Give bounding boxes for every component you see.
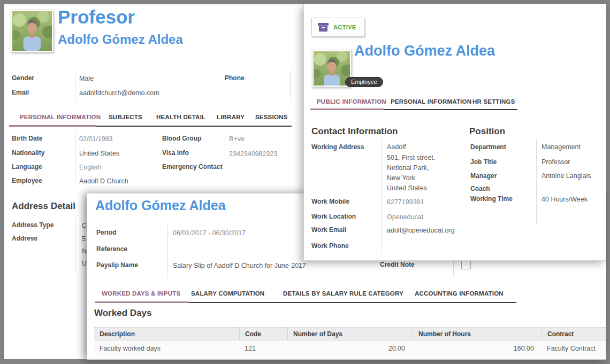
active-tab-underline <box>310 109 384 110</box>
tabbar-underline <box>96 126 292 127</box>
column-header-number-of-hours[interactable]: Number of Hours <box>413 328 542 340</box>
field-separator <box>225 131 225 172</box>
tab-hr-settings[interactable]: HR SETTINGS <box>472 98 515 105</box>
employee-value: Aadolf D Church <box>79 177 128 185</box>
email-label: Email <box>12 89 29 96</box>
job-title-label: Job Title <box>470 158 497 166</box>
nationality-label: Nationality <box>12 149 44 157</box>
gender-value: Male <box>79 75 94 82</box>
address-value-clipped: N <box>82 247 87 255</box>
tab-public-information[interactable]: PUBLIC INFORMATION <box>317 98 386 105</box>
department-label: Department <box>470 143 506 151</box>
working-time-value: 40 Hours/Week <box>542 196 588 203</box>
employee-name: Adolfo Gómez Aldea <box>354 43 495 59</box>
profile-photo-image <box>314 51 350 86</box>
email-value: aadolfdchurch@demo.com <box>79 89 159 97</box>
manager-label: Manager <box>470 172 497 180</box>
work-email-label: Work Email <box>311 226 346 234</box>
payslip-title: Adolfo Gómez Aldea <box>95 198 226 213</box>
blood-group-label: Blood Group <box>162 135 201 142</box>
tab-personal-information[interactable]: PERSONAL INFORMATION <box>391 98 471 105</box>
field-separator <box>167 224 167 279</box>
column-header-code[interactable]: Code <box>239 328 287 340</box>
active-tab-underline <box>95 301 189 303</box>
working-address-line: Aadolf <box>387 143 406 151</box>
work-location-value: Openeducat <box>387 213 423 221</box>
tabbar-underline <box>384 109 517 110</box>
tab-worked-days-inputs[interactable]: WORKED DAYS & INPUTS <box>102 290 180 297</box>
tab-details-by-salary-rule-category[interactable]: DETAILS BY SALARY RULE CATEGORY <box>283 290 403 297</box>
birth-date-label: Birth Date <box>12 135 42 142</box>
address-label: Address <box>12 235 37 242</box>
tab-health-detail[interactable]: HEALTH DETAIL <box>156 114 205 120</box>
emergency-contact-label: Emergency Contact <box>162 163 223 171</box>
payslip-name-value: Salary Slip of Aadolf D Church for June-… <box>173 262 306 269</box>
employee-label: Employee <box>12 177 42 184</box>
working-address-line: Netional Park, <box>387 164 429 172</box>
tab-salary-computation[interactable]: SALARY COMPUTATION <box>191 290 264 297</box>
tab-accounting-information[interactable]: ACCOUNTING INFORMATION <box>415 290 504 297</box>
language-label: Language <box>12 163 42 171</box>
address-value-clipped: U <box>82 260 87 267</box>
column-header-number-of-days[interactable]: Number of Days <box>287 328 413 340</box>
cell-number-of-hours: 160.00 <box>413 345 542 352</box>
employee-form-panel: ACTIVE Employee Adolfo Gómez Aldea PUBLI… <box>304 4 606 260</box>
tab-library[interactable]: LIBRARY <box>217 114 245 120</box>
active-stat-label: ACTIVE <box>333 24 356 30</box>
field-separator <box>536 139 537 223</box>
cell-code: 121 <box>239 345 287 352</box>
department-value: Management <box>542 143 581 151</box>
field-separator <box>75 71 75 102</box>
work-mobile-value: 8277199381 <box>387 198 424 206</box>
column-header-description[interactable]: Description <box>94 330 239 338</box>
field-separator <box>290 71 291 98</box>
tabbar-underline <box>189 302 516 303</box>
nationality-value: United States <box>79 150 119 157</box>
credit-note-checkbox[interactable] <box>461 260 471 269</box>
payslip-name-label: Payslip Name <box>96 261 138 269</box>
screenshot-frame: Profesor Adolfo Gómez Aldea Gender Male … <box>0 0 610 364</box>
active-stat-button[interactable]: ACTIVE <box>311 18 365 37</box>
language-value: English <box>79 164 101 171</box>
reference-label: Reference <box>96 245 127 253</box>
working-address-label: Working Address <box>311 143 364 151</box>
cell-contract: Faculty Contract <box>542 345 600 352</box>
work-mobile-label: Work Mobile <box>311 198 349 205</box>
birth-date-value: 02/01/1983 <box>79 135 113 143</box>
address-type-value-clipped: C <box>82 222 87 229</box>
archive-icon <box>318 23 329 32</box>
tab-personal-information[interactable]: PERSONAL INFORMATION <box>20 114 101 120</box>
table-row[interactable]: Faculty worked days 121 20.00 160.00 Fac… <box>94 340 606 356</box>
working-address-line: United States <box>387 184 427 192</box>
working-address-line: New York <box>387 174 415 182</box>
teacher-name: Adolfo Gómez Aldea <box>58 32 183 47</box>
tab-sessions[interactable]: SESSIONS <box>255 114 287 120</box>
cell-number-of-days: 20.00 <box>287 345 413 352</box>
work-location-label: Work Location <box>311 213 356 220</box>
employee-tag: Employee <box>345 77 383 87</box>
tab-subjects[interactable]: SUBJECTS <box>109 114 142 120</box>
worked-days-table: Description Code Number of Days Number o… <box>94 327 606 356</box>
working-time-label: Working Time <box>470 195 513 203</box>
visa-info-label: Visa Info <box>162 149 189 157</box>
worked-days-heading: Worked Days <box>94 308 151 319</box>
cell-description: Faculty worked days <box>94 345 239 352</box>
address-value-clipped: 5 <box>82 235 86 243</box>
page-title: Profesor <box>58 6 135 28</box>
field-separator <box>75 131 75 186</box>
coach-label: Coach <box>470 185 490 192</box>
job-title-value: Professor <box>542 158 570 166</box>
work-phone-label: Work Phone <box>311 242 349 250</box>
credit-note-label: Credit Note <box>380 261 415 268</box>
period-value: 06/01/2017 - 06/30/2017 <box>173 229 246 237</box>
position-heading: Position <box>469 126 505 137</box>
gender-label: Gender <box>12 74 34 82</box>
blood-group-value: B+ve <box>229 135 245 143</box>
profile-photo[interactable] <box>11 10 54 52</box>
address-type-label: Address Type <box>12 221 54 229</box>
column-header-contract[interactable]: Contract <box>542 328 600 340</box>
working-address-line: 501, First street, <box>387 154 435 161</box>
phone-label: Phone <box>225 74 245 82</box>
active-tab-underline <box>9 125 96 127</box>
worked-days-header-row: Description Code Number of Days Number o… <box>94 327 606 340</box>
